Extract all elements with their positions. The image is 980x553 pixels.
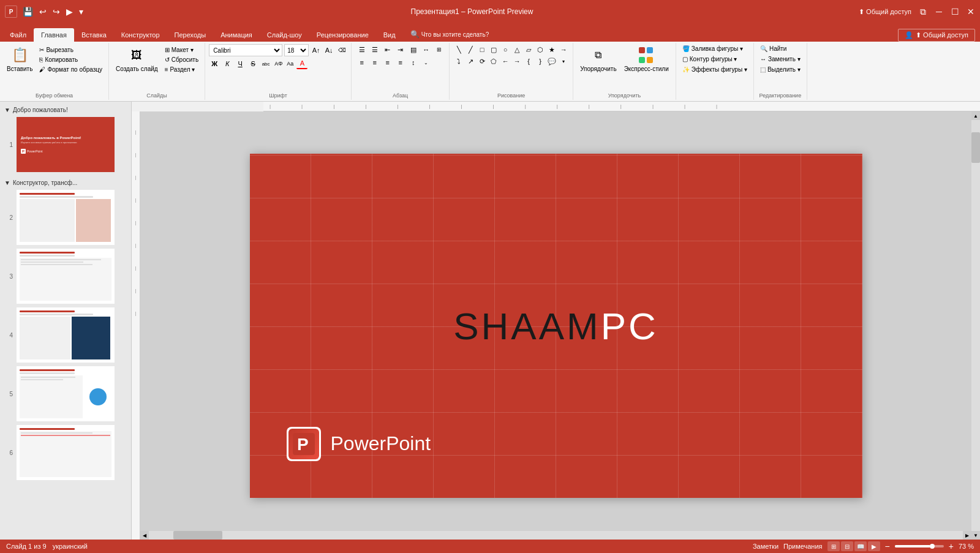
align-left-btn[interactable]: ≡: [356, 57, 368, 68]
normal-view-btn[interactable]: ⊞: [827, 541, 840, 551]
align-right-btn[interactable]: ≡: [382, 57, 393, 68]
slide-thumb-3[interactable]: [17, 249, 115, 304]
text-direction-btn[interactable]: ↔: [421, 44, 432, 55]
slide-item-6[interactable]: 6: [3, 423, 128, 482]
h-scroll-track[interactable]: [149, 531, 963, 540]
shape-brace-right-btn[interactable]: }: [535, 56, 546, 67]
clear-format-btn[interactable]: ⌫: [336, 45, 347, 56]
arrange-button[interactable]: ⧉ Упорядочить: [577, 44, 620, 74]
shape-pentagon-btn[interactable]: ⬠: [488, 56, 499, 67]
italic-btn[interactable]: К: [222, 58, 233, 69]
align-center-btn[interactable]: ≡: [369, 57, 380, 68]
slide-canvas[interactable]: SHAAMPC P PowerPoint: [250, 154, 862, 498]
horizontal-scrollbar[interactable]: ◀ ▶: [140, 531, 971, 540]
zoom-slider[interactable]: [895, 545, 944, 547]
tab-review[interactable]: Рецензирование: [309, 28, 376, 42]
scroll-track[interactable]: [971, 120, 980, 531]
save-quick-btn[interactable]: 💾: [21, 6, 35, 18]
shape-diagonal-arrow-btn[interactable]: ↗: [465, 56, 476, 67]
shape-round-rect-btn[interactable]: ▢: [488, 44, 499, 55]
section-header-1[interactable]: ▼ Добро пожаловать!: [3, 105, 128, 115]
shape-brace-left-btn[interactable]: {: [523, 56, 534, 67]
slide-item-5[interactable]: 5: [3, 364, 128, 423]
present-quick-btn[interactable]: ▶: [64, 6, 75, 18]
select-btn[interactable]: ⬚ Выделить ▾: [758, 65, 803, 74]
tab-animations[interactable]: Анимация: [213, 28, 260, 42]
zoom-plus-btn[interactable]: +: [949, 541, 954, 551]
share-button[interactable]: 👤 ⬆ Общий доступ: [898, 29, 975, 42]
shape-effects-btn[interactable]: ✨ Эффекты фигуры ▾: [680, 65, 750, 74]
justify-btn[interactable]: ≡: [395, 57, 406, 68]
slide-thumb-5[interactable]: [17, 366, 115, 421]
slide-item-2[interactable]: 2: [3, 188, 128, 247]
shape-circle-btn[interactable]: ○: [500, 44, 511, 55]
slide-thumb-6[interactable]: [17, 425, 115, 480]
shape-outline-btn[interactable]: ▢ Контур фигуры ▾: [680, 55, 740, 64]
slide-sorter-btn[interactable]: ⊟: [841, 541, 853, 551]
shape-tri-btn[interactable]: △: [511, 44, 522, 55]
undo-quick-btn[interactable]: ↩: [37, 6, 48, 18]
slideshow-view-btn[interactable]: ▶: [868, 541, 880, 551]
comments-btn[interactable]: Примечания: [783, 543, 823, 550]
numbered-list-btn[interactable]: ☰: [369, 44, 380, 55]
shape-line-btn[interactable]: ╲: [453, 44, 464, 55]
scroll-right-btn[interactable]: ▶: [963, 531, 971, 540]
smallcaps-btn[interactable]: abc: [260, 58, 271, 69]
format-paint-button[interactable]: 🖌 Формат по образцу: [37, 65, 105, 74]
vertical-scrollbar[interactable]: ▲ ▼: [971, 111, 980, 540]
shape-para-btn[interactable]: ▱: [523, 44, 534, 55]
decrease-indent-btn[interactable]: ⇤: [382, 44, 393, 55]
maximize-btn[interactable]: ☐: [951, 7, 959, 16]
bold-btn[interactable]: Ж: [209, 58, 220, 69]
section-header-2[interactable]: ▼ Конструктор, трансф...: [3, 178, 128, 188]
login-btn[interactable]: ⬆ Общий доступ: [859, 8, 911, 16]
tab-view[interactable]: Вид: [376, 28, 403, 42]
shape-line2-btn[interactable]: ╱: [465, 44, 476, 55]
shape-rect-btn[interactable]: □: [477, 44, 488, 55]
slide-item-3[interactable]: 3: [3, 247, 128, 306]
canvas-area[interactable]: ||||||||| ▲ ▼ ◀ ▶: [132, 111, 980, 540]
shape-fill-btn[interactable]: 🪣 Заливка фигуры ▾: [680, 44, 745, 53]
shape-star-btn[interactable]: ★: [546, 44, 557, 55]
restore-btn[interactable]: ⧉: [919, 7, 927, 16]
tab-file[interactable]: Файл: [2, 28, 34, 42]
shape-hex-btn[interactable]: ⬡: [535, 44, 546, 55]
bullet-list-btn[interactable]: ☰: [356, 44, 368, 55]
zoom-handle[interactable]: [930, 544, 935, 549]
slide-thumb-2[interactable]: [17, 190, 115, 245]
font-name-select[interactable]: Calibri: [209, 44, 282, 56]
slide-item-4[interactable]: 4: [3, 306, 128, 364]
find-btn[interactable]: 🔍 Найти: [758, 44, 790, 53]
tab-slideshow[interactable]: Слайд-шоу: [260, 28, 309, 42]
tab-insert[interactable]: Вставка: [74, 28, 114, 42]
line-spacing-btn[interactable]: ↕: [408, 57, 419, 68]
columns-btn[interactable]: ▤: [408, 44, 419, 55]
minimize-btn[interactable]: ─: [935, 7, 943, 16]
shape-right-arrow-btn[interactable]: →: [511, 56, 522, 67]
close-btn[interactable]: ✕: [967, 7, 975, 16]
notes-btn[interactable]: Заметки: [753, 543, 778, 550]
shape-rotate-btn[interactable]: ⟳: [477, 56, 488, 67]
scroll-up-btn[interactable]: ▲: [971, 111, 980, 120]
layout-button[interactable]: ⊞ Макет ▾: [162, 45, 201, 55]
redo-quick-btn[interactable]: ↪: [51, 6, 62, 18]
h-scroll-thumb[interactable]: [173, 531, 222, 540]
font-size-select[interactable]: 18: [284, 44, 309, 56]
shape-callout-btn[interactable]: 💬: [546, 56, 557, 67]
zoom-minus-btn[interactable]: −: [885, 541, 890, 551]
shape-arrow-btn[interactable]: →: [558, 44, 569, 55]
smart-art-btn[interactable]: ⊞: [434, 44, 445, 55]
font-size-increase-btn[interactable]: A↑: [311, 45, 322, 56]
slide-thumb-1[interactable]: Добро пожаловать в PowerPoint! Изучите о…: [17, 117, 115, 172]
scroll-down-btn[interactable]: ▼: [971, 531, 980, 540]
paste-button[interactable]: 📋 Вставить: [4, 44, 36, 74]
quick-styles-button[interactable]: Экспресс-стили: [621, 44, 672, 74]
shape-curved-arrow-btn[interactable]: ⤵: [453, 56, 464, 67]
tab-help[interactable]: 🔍 Что вы хотите сделать?: [403, 27, 497, 42]
scroll-thumb[interactable]: [971, 132, 980, 163]
shape-more-btn[interactable]: ▾: [558, 56, 569, 67]
underline-btn[interactable]: Ч: [235, 58, 246, 69]
tab-transitions[interactable]: Переходы: [167, 28, 214, 42]
strikethrough-btn[interactable]: S: [247, 58, 258, 69]
shape-left-arrow-btn[interactable]: ←: [500, 56, 511, 67]
